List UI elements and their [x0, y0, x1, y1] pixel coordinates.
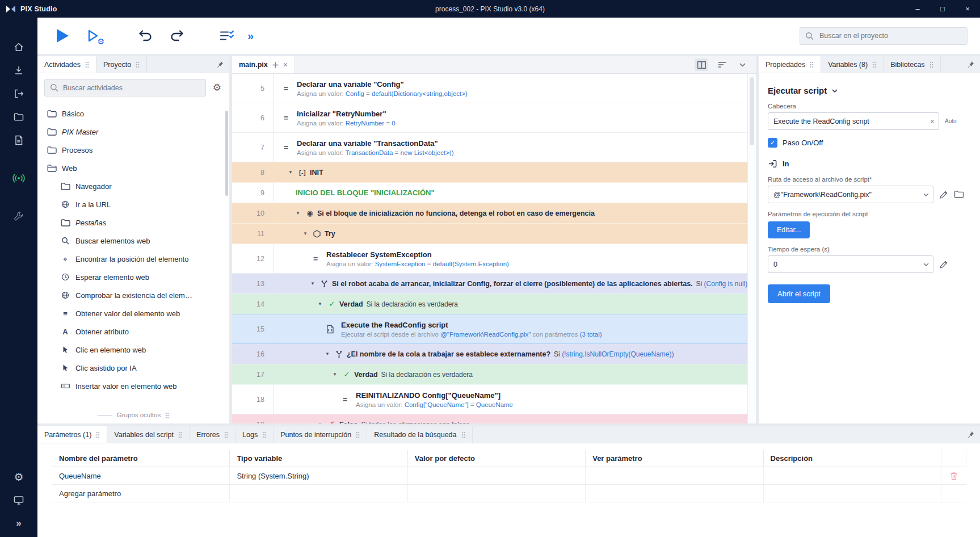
home-icon[interactable]: [12, 40, 26, 54]
bottom-tab-3[interactable]: Logs: [235, 426, 274, 443]
script-path-input[interactable]: [768, 186, 933, 203]
download-icon[interactable]: [12, 64, 26, 77]
sort-lines-icon[interactable]: [715, 58, 729, 71]
open-script-button[interactable]: Abrir el script: [768, 284, 830, 303]
table-cell[interactable]: [408, 467, 586, 485]
in-section[interactable]: In: [768, 159, 971, 169]
browse-folder-icon[interactable]: [954, 190, 964, 199]
chevron-down-icon[interactable]: [735, 58, 749, 71]
console-icon[interactable]: [12, 493, 26, 507]
table-cell[interactable]: [586, 485, 763, 502]
bottom-tab-4[interactable]: Puntos de interrupción: [274, 426, 367, 443]
table-cell[interactable]: [408, 485, 586, 502]
workflow-row-12[interactable]: 12=Restablecer SystemExceptionAsigna un …: [232, 244, 747, 274]
table-cell[interactable]: [764, 485, 941, 502]
properties-tab-0[interactable]: Propiedades: [759, 56, 821, 73]
tree-item-13[interactable]: Clic en elemento web: [37, 341, 229, 359]
tree-item-11[interactable]: ≡Obtener valor del elemento web: [37, 304, 229, 322]
workflow-row-13[interactable]: 13▼Si el robot acaba de arrancar, inicia…: [232, 274, 747, 294]
move-tab-icon[interactable]: [272, 62, 279, 68]
tree-item-1[interactable]: PIX Master: [37, 123, 229, 141]
table-cell[interactable]: [764, 467, 941, 485]
step-onoff-checkbox[interactable]: ✓ Paso On/Off: [768, 138, 971, 148]
table-cell[interactable]: [230, 485, 407, 502]
minimize-button[interactable]: –: [905, 0, 930, 18]
collapse-caret-icon[interactable]: ▼: [333, 372, 337, 377]
drag-handle-icon[interactable]: [224, 431, 228, 438]
tree-item-15[interactable]: Insertar valor en elemento web: [37, 377, 229, 395]
pin-icon[interactable]: [961, 426, 980, 443]
clear-icon[interactable]: ×: [930, 118, 935, 125]
collapse-caret-icon[interactable]: ▼: [318, 301, 322, 307]
bottom-tab-5[interactable]: Resultado de la búsqueda: [367, 426, 472, 443]
drag-handle-icon[interactable]: [96, 431, 100, 438]
tree-item-6[interactable]: Pestañas: [37, 213, 229, 232]
tree-item-7[interactable]: Buscar elementos web: [37, 232, 229, 250]
drag-handle-icon[interactable]: [178, 431, 182, 438]
trash-icon[interactable]: [950, 472, 958, 480]
properties-tab-1[interactable]: Variables (8): [821, 56, 884, 73]
drag-handle-icon[interactable]: [929, 61, 933, 68]
pin-icon[interactable]: [961, 56, 980, 73]
tree-item-4[interactable]: Navegador: [37, 177, 229, 195]
activity-type-dropdown[interactable]: Ejecutar script: [768, 86, 971, 95]
expand-rail-icon[interactable]: »: [12, 517, 26, 530]
workflow-row-15[interactable]: 15Execute the ReadConfig scriptEjecutar …: [232, 314, 747, 344]
activities-tab-0[interactable]: Actividades: [37, 56, 96, 73]
collapse-caret-icon[interactable]: ▼: [325, 351, 330, 356]
workflow-row-11[interactable]: 11▼Try: [232, 224, 747, 244]
workflow-row-14[interactable]: 14▼✓Verdad Si la declaración es verdader…: [232, 294, 747, 314]
delete-parameter-button[interactable]: [941, 467, 966, 485]
maximize-button[interactable]: □: [930, 0, 955, 18]
tree-item-10[interactable]: Comprobar la existencia del elem…: [37, 286, 229, 304]
workflow-row-8[interactable]: 8▼[-]INIT: [232, 162, 747, 183]
activities-settings-gear-icon[interactable]: ⚙: [213, 83, 221, 93]
tree-item-3[interactable]: Web: [37, 159, 229, 177]
tree-item-5[interactable]: Ir a la URL: [37, 195, 229, 213]
tree-item-9[interactable]: Esperar elemento web: [37, 268, 229, 286]
run-button[interactable]: [57, 29, 69, 43]
table-cell[interactable]: Agregar parámetro: [52, 485, 230, 502]
edit-params-button[interactable]: Editar...: [768, 221, 810, 238]
activities-scrollbar[interactable]: [225, 111, 228, 196]
collapse-caret-icon[interactable]: ▼: [303, 231, 308, 236]
drag-handle-icon[interactable]: [356, 431, 360, 438]
tree-item-14[interactable]: Clic asistido por IA: [37, 359, 229, 377]
hidden-groups-toggle[interactable]: Grupos ocultos: [37, 406, 229, 423]
workflow-row-5[interactable]: 5=Declarar una variable "Config"Asigna u…: [232, 74, 747, 103]
workflow-row-19[interactable]: 19▼✗Falso Si todas las afirmaciones son …: [232, 414, 747, 423]
chevron-down-icon[interactable]: [923, 263, 929, 266]
settings-gear-icon[interactable]: ⚙: [12, 470, 26, 484]
chevron-down-icon[interactable]: [923, 193, 929, 196]
collapse-caret-icon[interactable]: ▼: [318, 422, 322, 423]
drag-handle-icon[interactable]: [872, 61, 876, 68]
workflow-row-6[interactable]: 6=Inicializar "RetryNumber"Asigna un val…: [232, 103, 747, 133]
debug-run-button[interactable]: ⚙: [86, 28, 103, 44]
tab-main-pix[interactable]: main.pix ×: [232, 56, 295, 73]
export-icon[interactable]: [12, 87, 26, 100]
workflow-row-7[interactable]: 7=Declarar una variable "TransactionData…: [232, 133, 747, 162]
close-tab-icon[interactable]: ×: [283, 60, 288, 69]
project-search-input[interactable]: [800, 27, 968, 45]
undo-button[interactable]: [138, 30, 153, 43]
drag-handle-icon[interactable]: [461, 431, 465, 438]
toolbar-more-icon[interactable]: »: [247, 30, 254, 43]
tree-item-2[interactable]: Procesos: [37, 141, 229, 159]
bottom-tab-0[interactable]: Parámetros (1): [37, 426, 107, 443]
tree-item-8[interactable]: ⌖Encontrar la posición del elemento: [37, 250, 229, 268]
tools-icon[interactable]: [12, 209, 26, 223]
edit-pencil-icon[interactable]: [939, 190, 948, 199]
table-cell[interactable]: [586, 467, 763, 485]
script-file-icon[interactable]: [12, 133, 26, 147]
bottom-tab-1[interactable]: Variables del script: [107, 426, 190, 443]
drag-handle-icon[interactable]: [136, 61, 140, 68]
drag-handle-icon[interactable]: [810, 61, 814, 68]
close-button[interactable]: ×: [955, 0, 980, 18]
bottom-tab-2[interactable]: Errores: [190, 426, 235, 443]
open-project-folder-icon[interactable]: [12, 110, 26, 124]
redo-button[interactable]: [169, 30, 184, 43]
table-cell[interactable]: String (System.String): [230, 467, 407, 485]
live-connection-icon[interactable]: [12, 171, 26, 185]
drag-handle-icon[interactable]: [85, 61, 89, 68]
activities-tab-1[interactable]: Proyecto: [96, 56, 147, 73]
